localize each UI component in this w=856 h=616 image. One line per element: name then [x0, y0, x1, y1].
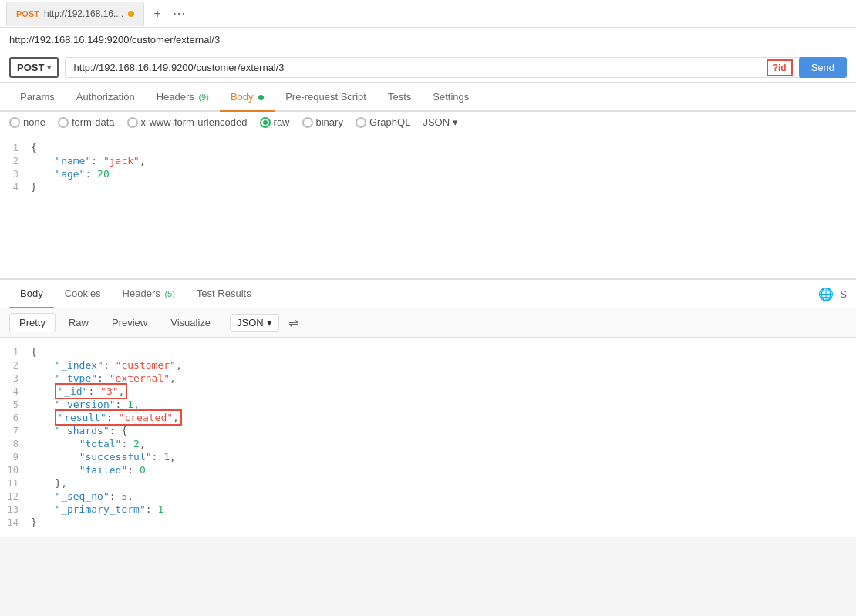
resp-line-12: 12 "_seq_no": 5,	[0, 490, 856, 503]
option-binary[interactable]: binary	[302, 116, 343, 128]
resp-line-1: 1 {	[0, 345, 856, 358]
id-highlight-box: "_id": "3",	[55, 383, 127, 399]
resp-line-7: 7 "_shards": {	[0, 424, 856, 437]
fmt-preview[interactable]: Preview	[102, 313, 157, 332]
req-line-2: 2 "name": "jack",	[0, 154, 856, 167]
request-body-editor[interactable]: 1 { 2 "name": "jack", 3 "age": 20 4 }	[0, 133, 856, 280]
tab-pre-request[interactable]: Pre-request Script	[275, 83, 377, 112]
resp-tab-headers[interactable]: Headers (5)	[112, 280, 186, 308]
response-body-code: 1 { 2 "_index": "customer", 3 "_type": "…	[0, 338, 856, 537]
copy-icon[interactable]: S	[840, 288, 847, 300]
request-bar: POST ▾ ?id Send	[0, 52, 856, 83]
response-tabs: Body Cookies Headers (5) Test Results 🌐 …	[0, 280, 856, 308]
req-line-1: 1 {	[0, 141, 856, 154]
resp-line-2: 2 "_index": "customer",	[0, 358, 856, 372]
resp-line-6: 6 "result": "created",	[0, 411, 856, 424]
option-none[interactable]: none	[9, 116, 45, 128]
json-format-select[interactable]: JSON ▾	[423, 116, 458, 128]
option-raw[interactable]: raw	[260, 116, 290, 128]
radio-raw	[260, 117, 271, 128]
wrap-icon[interactable]: ⇌	[288, 315, 298, 330]
url-display-bar: http://192.168.16.149:9200/customer/exte…	[0, 28, 856, 52]
fmt-pretty[interactable]: Pretty	[9, 313, 56, 332]
resp-tab-body[interactable]: Body	[9, 280, 54, 308]
req-line-4: 4 }	[0, 180, 856, 194]
resp-json-select[interactable]: JSON ▾	[230, 314, 279, 332]
option-urlencoded[interactable]: x-www-form-urlencoded	[127, 116, 248, 128]
resp-line-11: 11 },	[0, 476, 856, 490]
resp-line-13: 13 "_primary_term": 1	[0, 503, 856, 516]
resp-line-3: 3 "_type": "external",	[0, 372, 856, 385]
headers-badge: (9)	[198, 93, 208, 102]
tab-tests[interactable]: Tests	[377, 83, 422, 112]
resp-tab-right-actions: 🌐 S	[818, 287, 847, 301]
radio-form-data	[58, 117, 69, 128]
resp-line-8: 8 "total": 2,	[0, 437, 856, 450]
request-tabs: Params Authorization Headers (9) Body Pr…	[0, 83, 856, 112]
tab-body[interactable]: Body	[220, 83, 275, 112]
req-line-3: 3 "age": 20	[0, 167, 856, 180]
more-tabs-button[interactable]: ···	[170, 8, 190, 19]
url-display-text: http://192.168.16.149:9200/customer/exte…	[9, 34, 220, 45]
fmt-visualize[interactable]: Visualize	[160, 313, 221, 332]
response-format-bar: Pretty Raw Preview Visualize JSON ▾ ⇌	[0, 308, 856, 338]
resp-headers-badge: (5)	[164, 289, 174, 298]
send-button[interactable]: Send	[799, 57, 847, 78]
resp-tab-cookies[interactable]: Cookies	[54, 280, 112, 308]
radio-binary	[302, 117, 313, 128]
tab-headers[interactable]: Headers (9)	[146, 83, 220, 112]
tab-settings[interactable]: Settings	[422, 83, 480, 112]
method-text: POST	[17, 62, 44, 73]
tab-method-badge: POST	[16, 9, 39, 19]
body-dot	[258, 95, 264, 100]
method-dropdown-arrow: ▾	[47, 63, 51, 72]
tab-authorization[interactable]: Authorization	[66, 83, 146, 112]
tab-dot-indicator	[128, 11, 134, 17]
resp-line-9: 9 "successful": 1,	[0, 450, 856, 463]
url-id-highlight: ?id	[767, 59, 793, 76]
option-form-data[interactable]: form-data	[58, 116, 115, 128]
body-options: none form-data x-www-form-urlencoded raw…	[0, 112, 856, 133]
fmt-raw[interactable]: Raw	[59, 313, 99, 332]
resp-tab-test-results[interactable]: Test Results	[186, 280, 262, 308]
url-input[interactable]	[65, 57, 821, 78]
globe-icon[interactable]: 🌐	[818, 287, 834, 301]
tab-bar: POST http://192.168.16.... + ···	[0, 0, 856, 28]
new-tab-button[interactable]: +	[147, 7, 167, 21]
radio-urlencoded	[127, 117, 138, 128]
resp-line-14: 14 }	[0, 516, 856, 529]
option-graphql[interactable]: GraphQL	[356, 116, 410, 128]
resp-line-4: 4 "_id": "3",	[0, 385, 856, 398]
tab-params[interactable]: Params	[9, 83, 66, 112]
tab-url: http://192.168.16....	[44, 8, 123, 19]
resp-line-10: 10 "failed": 0	[0, 463, 856, 476]
response-section: Body Cookies Headers (5) Test Results 🌐 …	[0, 280, 856, 537]
method-select[interactable]: POST ▾	[9, 57, 59, 78]
radio-none	[9, 117, 20, 128]
active-tab[interactable]: POST http://192.168.16....	[6, 2, 144, 26]
result-highlight-box: "result": "created",	[55, 409, 182, 426]
radio-graphql	[356, 117, 366, 128]
